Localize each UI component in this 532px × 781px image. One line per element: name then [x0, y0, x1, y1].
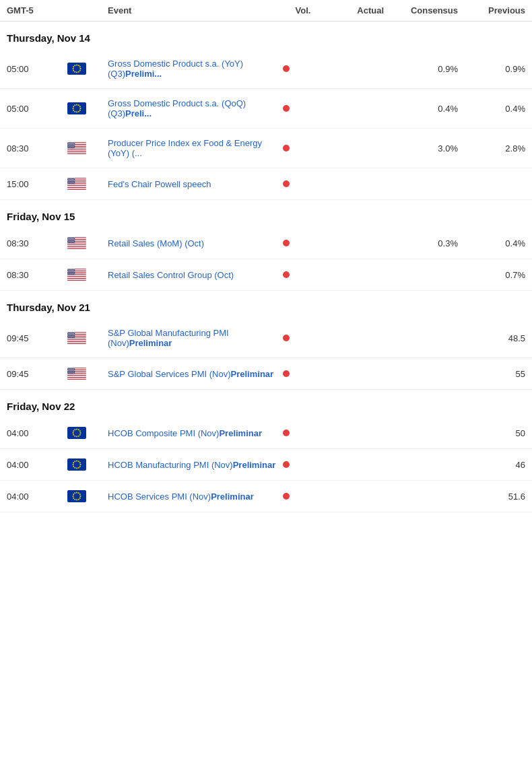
svg-point-148: [71, 241, 71, 242]
svg-point-57: [74, 145, 75, 145]
event-name[interactable]: HCOB Manufacturing PMI (Nov)Preliminar: [108, 460, 283, 470]
event-time: 05:00: [7, 104, 67, 114]
svg-point-141: [69, 240, 69, 240]
svg-rect-213: [67, 341, 86, 342]
svg-point-47: [68, 143, 69, 144]
svg-point-226: [72, 333, 73, 334]
svg-rect-210: [67, 339, 86, 339]
event-name[interactable]: Gross Domestic Product s.a. (QoQ) (Q3)Pr…: [108, 98, 283, 118]
svg-rect-82: [67, 188, 86, 189]
red-dot-icon: [283, 430, 290, 436]
event-name[interactable]: S&P Global Manufacturing PMI (Nov)Prelim…: [108, 328, 283, 348]
red-dot-icon: [283, 240, 290, 246]
svg-point-102: [68, 182, 69, 182]
volatility-dot: [283, 461, 323, 468]
svg-rect-79: [67, 185, 86, 186]
svg-point-229: [69, 335, 69, 335]
svg-rect-211: [67, 339, 86, 340]
svg-point-181: [71, 270, 71, 271]
volatility-dot: [283, 493, 323, 500]
svg-point-149: [72, 241, 73, 242]
svg-point-223: [68, 333, 69, 334]
svg-point-184: [67, 271, 68, 272]
svg-point-190: [68, 273, 69, 273]
volatility-dot: [283, 145, 323, 151]
svg-point-180: [69, 270, 70, 271]
svg-point-143: [71, 240, 72, 240]
svg-point-266: [74, 368, 75, 368]
eu-flag-icon: [67, 427, 108, 439]
svg-point-262: [69, 368, 69, 368]
svg-point-109: [70, 182, 71, 183]
svg-point-242: [71, 337, 72, 337]
us-flag-icon: [67, 332, 108, 344]
svg-point-54: [70, 145, 71, 145]
svg-point-276: [73, 370, 73, 371]
svg-point-193: [72, 273, 73, 273]
svg-point-243: [73, 337, 73, 337]
header-actual: Actual: [323, 5, 384, 15]
previous-value: 55: [458, 369, 525, 379]
svg-point-62: [73, 146, 74, 147]
svg-point-225: [71, 333, 71, 334]
svg-point-174: [69, 269, 69, 269]
svg-point-55: [71, 145, 72, 145]
svg-point-154: [71, 242, 72, 242]
svg-point-66: [71, 147, 72, 147]
svg-point-142: [70, 240, 71, 240]
table-row: 05:00 Gross Domestic Product s.a. (YoY) …: [0, 49, 532, 89]
event-name[interactable]: Producer Price Index ex Food & Energy (Y…: [108, 138, 283, 158]
us-flag-icon: [67, 368, 108, 380]
table-row: 04:00 HCOB Composite PMI (Nov)Preliminar…: [0, 417, 532, 449]
svg-point-132: [71, 237, 72, 238]
svg-point-198: [71, 273, 72, 274]
section-header-friday-nov22: Friday, Nov 22: [0, 390, 532, 417]
consensus-value: 0.4%: [384, 104, 458, 114]
consensus-value: 0.9%: [384, 64, 458, 74]
event-name[interactable]: Retail Sales (MoM) (Oct): [108, 238, 283, 248]
event-time: 05:00: [7, 64, 67, 74]
volatility-dot: [283, 335, 323, 341]
svg-rect-255: [67, 375, 86, 376]
svg-point-265: [73, 368, 73, 368]
section-header-thursday-nov21: Thursday, Nov 21: [0, 291, 532, 318]
event-name[interactable]: HCOB Services PMI (Nov)Preliminar: [108, 491, 283, 502]
svg-point-280: [71, 372, 71, 372]
svg-point-65: [70, 147, 71, 147]
event-name[interactable]: S&P Global Services PMI (Nov)Preliminar: [108, 369, 283, 379]
svg-point-218: [69, 332, 69, 333]
svg-point-199: [73, 273, 73, 274]
svg-point-277: [74, 370, 75, 371]
event-time: 09:45: [7, 369, 67, 379]
event-name[interactable]: Fed's Chair Powell speech: [108, 179, 283, 189]
event-name[interactable]: Gross Domestic Product s.a. (YoY) (Q3)Pr…: [108, 59, 283, 79]
svg-point-244: [74, 337, 75, 337]
svg-point-192: [71, 273, 71, 273]
previous-value: 0.7%: [458, 270, 525, 280]
svg-point-155: [73, 242, 73, 242]
svg-point-112: [74, 182, 75, 183]
svg-point-52: [67, 145, 68, 145]
event-name[interactable]: Retail Sales Control Group (Oct): [108, 270, 283, 280]
svg-point-100: [73, 180, 73, 181]
svg-point-177: [73, 269, 73, 269]
svg-point-231: [71, 335, 72, 335]
volatility-dot: [283, 65, 323, 72]
svg-point-42: [69, 142, 69, 143]
table-row: 08:30 Retail Sales Control Group (Oct)0.…: [0, 259, 532, 291]
svg-point-189: [74, 271, 75, 272]
us-flag-icon: [67, 142, 108, 154]
svg-point-95: [73, 179, 74, 180]
table-row: 08:30 Producer Price Index ex Food & Ene…: [0, 129, 532, 168]
svg-point-200: [74, 273, 75, 274]
svg-point-278: [68, 372, 69, 372]
svg-point-144: [73, 240, 73, 240]
svg-point-67: [73, 147, 73, 147]
event-name[interactable]: HCOB Composite PMI (Nov)Preliminar: [108, 428, 283, 438]
event-time: 09:45: [7, 333, 67, 343]
svg-point-233: [74, 335, 75, 335]
consensus-value: 3.0%: [384, 143, 458, 154]
svg-point-176: [71, 269, 72, 269]
svg-rect-166: [67, 275, 86, 276]
svg-point-101: [74, 180, 75, 181]
